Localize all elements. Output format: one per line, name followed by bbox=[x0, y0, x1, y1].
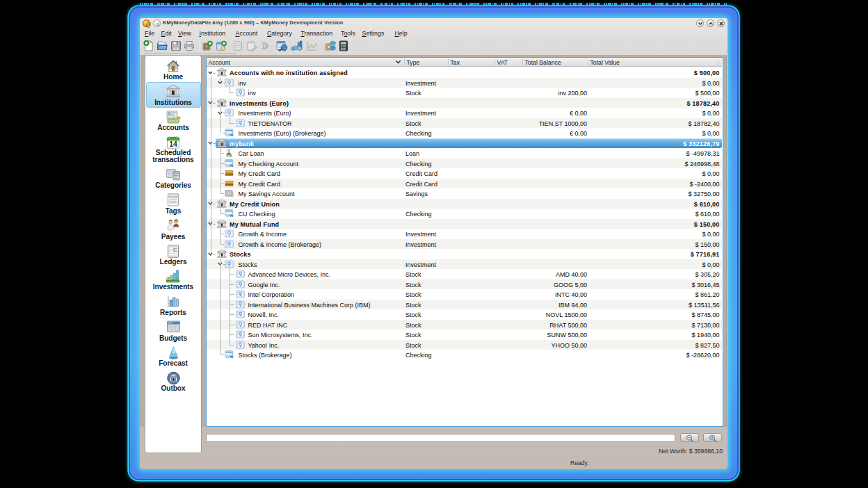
svg-text:14: 14 bbox=[169, 139, 177, 147]
